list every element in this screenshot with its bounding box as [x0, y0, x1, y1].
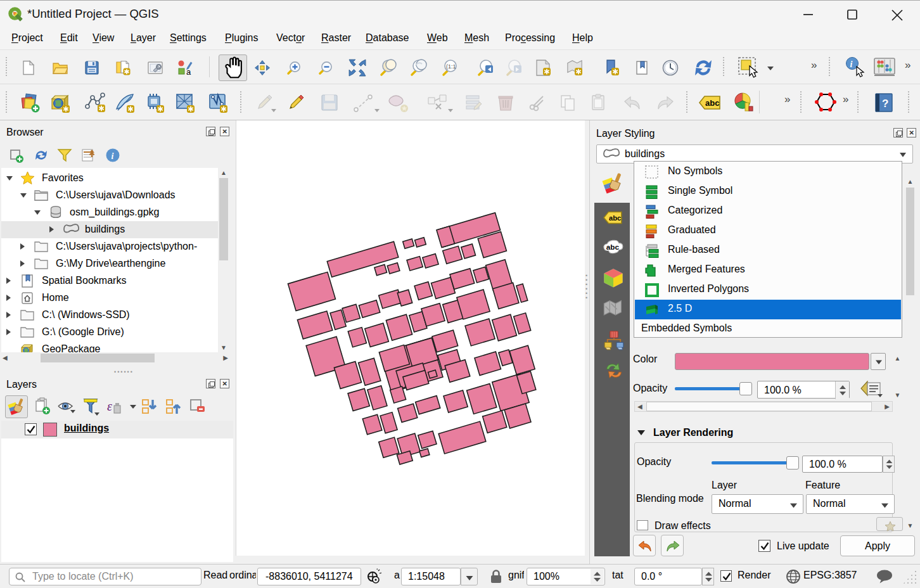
- svg-text:?: ?: [882, 98, 888, 110]
- svg-text:abc: abc: [606, 243, 620, 251]
- svg-text:i: i: [850, 60, 853, 69]
- svg-text:a: a: [186, 67, 191, 75]
- svg-text:abc: abc: [609, 214, 621, 222]
- svg-text:ε: ε: [107, 399, 112, 413]
- svg-text:abc: abc: [705, 98, 719, 108]
- svg-text:i: i: [111, 151, 113, 161]
- svg-text:(1:1: (1:1: [446, 63, 456, 70]
